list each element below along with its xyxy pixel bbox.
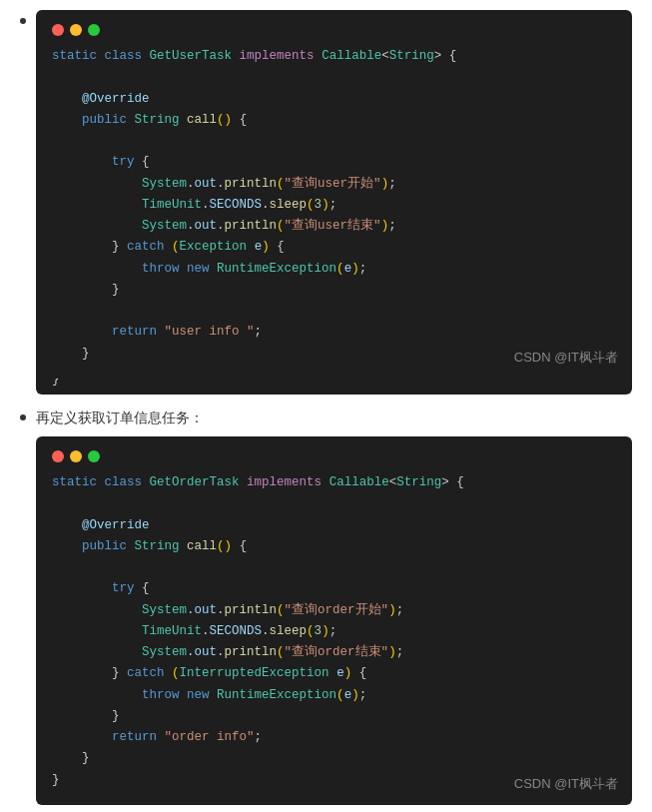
code-watermark-2: CSDN @IT枫斗者 xyxy=(514,773,618,795)
code-line xyxy=(52,131,616,152)
code-line xyxy=(52,67,616,88)
code-watermark-1: CSDN @IT枫斗者 xyxy=(514,347,618,369)
code-line: static class GetOrderTask implements Cal… xyxy=(52,472,616,493)
section-2-label: 再定义获取订单信息任务： xyxy=(36,406,632,428)
code-line: public String call() { xyxy=(52,110,616,131)
code-line: return "user info "; xyxy=(52,322,616,343)
code-line: throw new RuntimeException(e); xyxy=(52,685,616,706)
code-line: TimeUnit.SECONDS.sleep(3); xyxy=(52,195,616,216)
traffic-light-yellow-1 xyxy=(70,24,82,36)
code-line xyxy=(52,301,616,322)
code-line: throw new RuntimeException(e); xyxy=(52,259,616,280)
code-line: TimeUnit.SECONDS.sleep(3); xyxy=(52,621,616,642)
traffic-lights-2 xyxy=(52,450,616,462)
code-content-getOrderTask: static class GetOrderTask implements Cal… xyxy=(52,472,616,791)
code-block-getOrderTask: static class GetOrderTask implements Cal… xyxy=(36,436,632,805)
section-2-content: 再定义获取订单信息任务： static class GetOrderTask i… xyxy=(36,406,632,805)
traffic-light-red-1 xyxy=(52,24,64,36)
bullet-dot-1 xyxy=(20,18,26,24)
code-line: } catch (Exception e) { xyxy=(52,237,616,258)
code-line: return "order info"; xyxy=(52,727,616,748)
code-line: System.out.println("查询order结束"); xyxy=(52,642,616,663)
traffic-light-green-1 xyxy=(88,24,100,36)
code-line: try { xyxy=(52,578,616,599)
traffic-light-red-2 xyxy=(52,450,64,462)
code-line: try { xyxy=(52,152,616,173)
code-line: } xyxy=(52,280,616,301)
code-line xyxy=(52,557,616,578)
code-line: @Override xyxy=(52,515,616,536)
code-line: } xyxy=(52,748,616,769)
bullet-dot-2 xyxy=(20,414,26,420)
code-line: } xyxy=(52,706,616,727)
section-getUserTask: static class GetUserTask implements Call… xyxy=(20,10,632,395)
code-block-getUserTask: static class GetUserTask implements Call… xyxy=(36,10,632,379)
code-line: @Override xyxy=(52,89,616,110)
section-getOrderTask: 再定义获取订单信息任务： static class GetOrderTask i… xyxy=(20,406,632,805)
code-content-getUserTask: static class GetUserTask implements Call… xyxy=(52,46,616,365)
traffic-lights-1 xyxy=(52,24,616,36)
code-line: public String call() { xyxy=(52,536,616,557)
code-line xyxy=(52,493,616,514)
section-1-content: static class GetUserTask implements Call… xyxy=(36,10,632,395)
code-line: } catch (InterruptedException e) { xyxy=(52,663,616,684)
code-line: System.out.println("查询user结束"); xyxy=(52,216,616,237)
code-line: static class GetUserTask implements Call… xyxy=(52,46,616,67)
traffic-light-yellow-2 xyxy=(70,450,82,462)
code-line: System.out.println("查询user开始"); xyxy=(52,174,616,195)
code-line: System.out.println("查询order开始"); xyxy=(52,600,616,621)
traffic-light-green-2 xyxy=(88,450,100,462)
